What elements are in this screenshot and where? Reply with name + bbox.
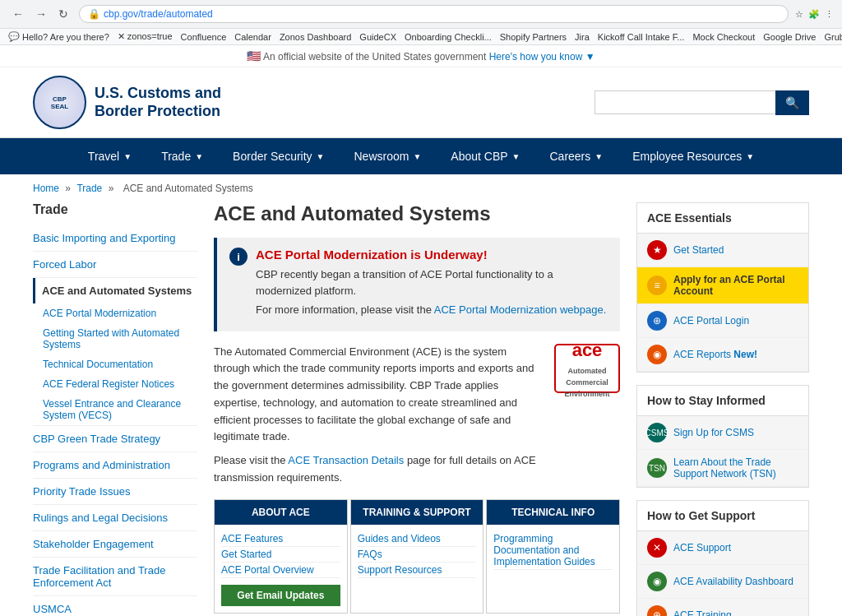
bookmark-guidecx[interactable]: GuideCX xyxy=(359,32,396,42)
nav-border-security[interactable]: Border Security ▼ xyxy=(218,138,339,174)
bookmark-zonos[interactable]: ✕ zonos=true xyxy=(118,31,173,42)
bookmark-calendar[interactable]: Calendar xyxy=(234,32,271,42)
extensions-icon[interactable]: 🧩 xyxy=(808,9,820,20)
sidebar-link-forced-labor[interactable]: Forced Labor xyxy=(33,252,197,277)
link-ace-support[interactable]: ✕ ACE Support xyxy=(637,531,808,565)
sidebar-nav: Basic Importing and Exporting Forced Lab… xyxy=(33,225,197,616)
sidebar-item: Forced Labor xyxy=(33,252,197,278)
report-icon: ◉ xyxy=(647,345,667,364)
alert-box: i ACE Portal Modernization is Underway! … xyxy=(214,238,620,331)
search-bar: 🔍 xyxy=(594,90,809,115)
site-logo[interactable]: CBPSEAL U.S. Customs and Border Protecti… xyxy=(33,76,221,129)
training-icon: ⊕ xyxy=(647,605,667,616)
alert-link[interactable]: ACE Portal Modernization webpage. xyxy=(434,303,607,316)
breadcrumb-separator: » xyxy=(109,183,117,194)
heres-how-link[interactable]: Here's how you know ▼ xyxy=(489,51,595,63)
sidebar-link-trade-facilitation[interactable]: Trade Facilitation and Trade Enforcement… xyxy=(33,558,197,595)
logo-text: U.S. Customs and Border Protection xyxy=(95,85,221,120)
url-bar[interactable]: 🔒 cbp.gov/trade/automated xyxy=(79,5,789,23)
forward-button[interactable]: → xyxy=(31,6,51,22)
refresh-button[interactable]: ↻ xyxy=(54,6,72,22)
lock-icon: 🔒 xyxy=(88,8,100,20)
breadcrumb: Home » Trade » ACE and Automated Systems xyxy=(0,174,842,202)
star-icon[interactable]: ☆ xyxy=(795,9,803,20)
bookmark-hello[interactable]: 💬 Hello? Are you there? xyxy=(8,31,109,42)
ace-table: ABOUT ACE ACE Features Get Started ACE P… xyxy=(214,499,620,614)
link-guides-videos[interactable]: Guides and Videos xyxy=(358,531,477,547)
breadcrumb-separator: » xyxy=(65,183,73,194)
sub-link-portal-mod[interactable]: ACE Portal Modernization xyxy=(43,303,197,323)
link-sign-up-csms[interactable]: CSMS Sign Up for CSMS xyxy=(637,416,808,450)
bookmark-grubhub[interactable]: GrubHub xyxy=(824,32,842,42)
link-faqs[interactable]: FAQs xyxy=(358,547,477,563)
breadcrumb-home[interactable]: Home xyxy=(33,183,59,194)
link-tsn[interactable]: TSN Learn About the Trade Support Networ… xyxy=(637,450,808,487)
main-content: ACE and Automated Systems i ACE Portal M… xyxy=(214,202,620,616)
bookmark-shopify[interactable]: Shopify Partners xyxy=(500,32,567,42)
link-get-started[interactable]: Get Started xyxy=(221,547,340,563)
menu-icon[interactable]: ⋮ xyxy=(825,9,834,20)
link-support-resources[interactable]: Support Resources xyxy=(358,563,477,578)
sub-link-vecs[interactable]: Vessel Entrance and Clearance System (VE… xyxy=(43,394,197,425)
url-text: cbp.gov/trade/automated xyxy=(104,8,213,20)
sidebar-item: Programs and Administration xyxy=(33,452,197,479)
sidebar-link-ace[interactable]: ACE and Automated Systems xyxy=(33,278,197,303)
link-ace-reports[interactable]: ◉ ACE Reports New! xyxy=(637,338,808,372)
alert-content: ACE Portal Modernization is Underway! CB… xyxy=(256,248,608,322)
back-button[interactable]: ← xyxy=(8,6,28,22)
page-title: ACE and Automated Systems xyxy=(214,202,620,225)
how-support-box: How to Get Support ✕ ACE Support ◉ ACE A… xyxy=(636,500,809,616)
bookmark-confluence[interactable]: Confluence xyxy=(181,32,227,42)
bookmark-jira[interactable]: Jira xyxy=(575,32,590,42)
ace-col-training-body: Guides and Videos FAQs Support Resources xyxy=(351,525,483,585)
star-icon: ★ xyxy=(647,240,667,260)
availability-icon: ◉ xyxy=(647,572,667,591)
csms-icon: CSMS xyxy=(647,423,667,442)
search-button[interactable]: 🔍 xyxy=(775,90,809,115)
sidebar-link-programs[interactable]: Programs and Administration xyxy=(33,452,197,478)
ace-col-technical-header: TECHNICAL INFO xyxy=(487,500,619,525)
sidebar-link-stakeholder[interactable]: Stakeholder Engagement xyxy=(33,531,197,557)
nav-employee-resources[interactable]: Employee Resources ▼ xyxy=(618,138,769,174)
sidebar-item: Trade Facilitation and Trade Enforcement… xyxy=(33,558,197,596)
nav-careers[interactable]: Careers ▼ xyxy=(534,138,618,174)
alert-para1: CBP recently began a transition of ACE P… xyxy=(256,266,608,299)
search-input[interactable] xyxy=(594,90,775,114)
breadcrumb-trade[interactable]: Trade xyxy=(76,183,102,194)
bookmark-kickoff[interactable]: Kickoff Call Intake F... xyxy=(598,32,685,42)
get-email-updates-button[interactable]: Get Email Updates xyxy=(221,585,340,606)
link-get-started-essential[interactable]: ★ Get Started xyxy=(637,234,808,267)
breadcrumb-current: ACE and Automated Systems xyxy=(123,183,253,194)
how-informed-box: How to Stay Informed CSMS Sign Up for CS… xyxy=(636,385,809,488)
logo-seal: CBPSEAL xyxy=(33,76,86,129)
nav-newsroom[interactable]: Newsroom ▼ xyxy=(340,138,437,174)
link-ace-availability[interactable]: ◉ ACE Availability Dashboard xyxy=(637,565,808,599)
link-ace-features[interactable]: ACE Features xyxy=(221,531,340,547)
nav-travel[interactable]: Travel ▼ xyxy=(73,138,146,174)
link-ace-training[interactable]: ⊕ ACE Training xyxy=(637,599,808,616)
link-portal-login[interactable]: ⊕ ACE Portal Login xyxy=(637,304,808,338)
bookmark-mock[interactable]: Mock Checkout xyxy=(692,32,755,42)
sub-link-getting-started[interactable]: Getting Started with Automated Systems xyxy=(43,323,197,354)
sub-link-technical-doc[interactable]: Technical Documentation xyxy=(43,354,197,374)
sub-item: Getting Started with Automated Systems xyxy=(43,323,197,354)
link-apply-portal[interactable]: ≡ Apply for an ACE Portal Account xyxy=(637,267,808,304)
bookmark-onboarding[interactable]: Onboarding Checkli... xyxy=(405,32,492,42)
sidebar-link-rulings[interactable]: Rulings and Legal Decisions xyxy=(33,505,197,530)
sidebar-link-priority-trade[interactable]: Priority Trade Issues xyxy=(33,479,197,504)
sidebar-link-usmca[interactable]: USMCA xyxy=(33,596,197,616)
ace-transaction-link[interactable]: ACE Transaction Details xyxy=(288,454,404,466)
sub-item: ACE Federal Register Notices xyxy=(43,374,197,394)
link-programming-docs[interactable]: Programming Documentation and Implementa… xyxy=(493,531,613,570)
sub-link-federal-register[interactable]: ACE Federal Register Notices xyxy=(43,374,197,394)
nav-about-cbp[interactable]: About CBP ▼ xyxy=(436,138,534,174)
bookmark-gdrive[interactable]: Google Drive xyxy=(763,32,816,42)
bookmark-zonos-dashboard[interactable]: Zonos Dashboard xyxy=(280,32,351,42)
sidebar-link-green-trade[interactable]: CBP Green Trade Strategy xyxy=(33,426,197,452)
nav-trade[interactable]: Trade ▼ xyxy=(146,138,218,174)
sidebar-title: Trade xyxy=(33,202,197,217)
how-support-title: How to Get Support xyxy=(637,501,808,531)
sidebar-link-basic-importing[interactable]: Basic Importing and Exporting xyxy=(33,225,197,251)
browser-nav[interactable]: ← → ↻ xyxy=(8,6,72,22)
link-ace-portal-overview[interactable]: ACE Portal Overview xyxy=(221,563,340,578)
